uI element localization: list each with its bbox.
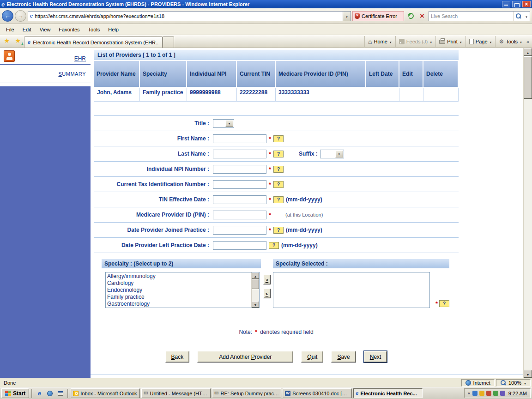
search-icon[interactable] <box>513 12 523 21</box>
print-button[interactable]: Print <box>435 36 466 47</box>
page-button[interactable]: Page <box>466 36 496 47</box>
sidebar-link-summary[interactable]: SUMMARY <box>58 71 86 77</box>
last-name-input[interactable] <box>213 150 266 158</box>
forward-nav-button[interactable] <box>15 10 26 22</box>
scroll-up-button[interactable] <box>524 48 532 56</box>
tray-icon[interactable] <box>486 391 491 396</box>
task-message-re-setup[interactable]: RE: Setup Dummy practi... <box>212 388 281 398</box>
tin-input[interactable] <box>213 180 266 189</box>
menu-tools[interactable]: Tools <box>84 25 104 34</box>
column-individual-npi: Individual NPI <box>187 61 237 88</box>
address-dropdown-button[interactable] <box>343 12 351 21</box>
menu-edit[interactable]: Edit <box>18 25 36 34</box>
title-select[interactable] <box>213 119 234 128</box>
required-asterisk: * <box>255 328 257 335</box>
task-ie-active[interactable]: Electronic Health Rec... <box>353 388 423 398</box>
add-favorite-button[interactable] <box>13 36 24 47</box>
back-button[interactable]: Back <box>165 351 190 363</box>
browser-tab[interactable]: Electronic Health Record Demonstration S… <box>24 36 163 48</box>
favorites-center-button[interactable] <box>2 36 13 47</box>
specialty-option[interactable]: Family practice <box>107 294 250 301</box>
specialty-selected-listbox[interactable] <box>273 272 430 308</box>
joined-date-input[interactable] <box>213 226 266 235</box>
help-button[interactable]: ? <box>273 196 284 203</box>
feeds-button[interactable]: Feeds (J) <box>395 36 435 47</box>
quick-launch-globe-icon[interactable] <box>45 389 54 398</box>
add-another-provider-button[interactable]: Add Another Provider <box>197 351 293 363</box>
close-button[interactable] <box>522 1 531 7</box>
tray-icon[interactable] <box>500 391 505 396</box>
help-button[interactable]: ? <box>273 135 284 142</box>
move-left-button[interactable]: < <box>263 289 271 298</box>
address-bar[interactable]: https://ehr.cms.cmsval/ehrds/app/home?ex… <box>28 11 351 21</box>
scrollbar-thumb[interactable] <box>524 56 532 99</box>
npi-input[interactable] <box>213 165 266 174</box>
task-outlook[interactable]: Inbox - Microsoft Outlook <box>71 388 140 398</box>
toolbar-overflow-chevron[interactable] <box>526 39 530 44</box>
quick-launch-desktop-icon[interactable] <box>56 389 65 398</box>
vertical-scrollbar[interactable] <box>523 48 532 378</box>
help-button[interactable]: ? <box>273 151 284 157</box>
listbox-scrollbar[interactable] <box>251 272 259 308</box>
help-button[interactable]: ? <box>273 181 284 188</box>
specialty-option[interactable]: Endocrinology <box>107 287 250 294</box>
tools-button[interactable]: Tools <box>495 36 525 47</box>
move-right-button[interactable]: > <box>263 275 271 284</box>
tray-icon[interactable] <box>479 391 484 396</box>
tin-date-input[interactable] <box>213 195 266 204</box>
cell-edit[interactable] <box>399 88 423 102</box>
column-current-tin: Current TIN <box>237 61 276 88</box>
new-tab-button[interactable] <box>163 36 174 48</box>
quick-launch-ie-icon[interactable] <box>35 389 44 398</box>
specialty-option[interactable]: Allergy/immunology <box>107 273 250 280</box>
scrollbar-track[interactable] <box>524 99 532 370</box>
scroll-down-button[interactable] <box>252 301 259 308</box>
required-field-note: Note:*denotes required field <box>94 328 459 335</box>
left-date-input[interactable] <box>213 241 266 250</box>
browser-window: Electronic Health Record Demonstration S… <box>0 0 532 399</box>
help-button[interactable]: ? <box>269 242 279 249</box>
refresh-button[interactable] <box>405 11 416 21</box>
zoom-control[interactable]: 100% <box>496 379 531 387</box>
scrollbar-thumb[interactable] <box>252 279 259 289</box>
chevron-down-icon <box>524 380 526 386</box>
specialty-listbox[interactable]: Allergy/immunology Cardiology Endocrinol… <box>105 272 260 308</box>
search-dropdown-button[interactable] <box>523 12 530 21</box>
joined-date-label: Date Provider Joined Practice : <box>94 227 209 233</box>
quit-button[interactable]: Quit <box>301 351 323 363</box>
save-button[interactable]: Save <box>331 351 356 363</box>
back-nav-button[interactable] <box>2 10 13 22</box>
minimize-button[interactable] <box>502 1 510 7</box>
home-button[interactable]: Home <box>364 36 395 47</box>
maximize-button[interactable] <box>512 1 520 7</box>
menu-help[interactable]: Help <box>104 25 123 34</box>
help-button[interactable]: ? <box>273 227 284 234</box>
stop-button[interactable] <box>417 11 427 21</box>
pin-input[interactable] <box>213 211 266 219</box>
last-name-label: Last Name : <box>94 151 209 157</box>
specialty-option[interactable]: Cardiology <box>107 280 250 287</box>
help-button[interactable]: ? <box>439 300 449 307</box>
tray-overflow-chevron[interactable] <box>468 391 471 396</box>
sidebar-link-ehr[interactable]: EHR <box>74 55 86 62</box>
task-word-doc[interactable]: Screens 030410.doc [Co... <box>283 388 352 398</box>
certificate-error-button[interactable]: Certificate Error <box>352 11 404 21</box>
scrollbar-track[interactable] <box>252 279 259 301</box>
search-input[interactable] <box>429 12 513 20</box>
task-message-untitled[interactable]: Untitled - Message (HTML) <box>141 388 211 398</box>
specialty-option[interactable]: Gastroenterology <box>107 301 250 308</box>
first-name-input[interactable] <box>213 134 266 143</box>
cell-delete[interactable] <box>423 88 459 102</box>
rss-feed-icon <box>399 39 405 44</box>
menu-favorites[interactable]: Favorites <box>54 25 84 34</box>
tray-icon[interactable] <box>472 391 478 396</box>
start-button[interactable]: Start <box>1 388 29 398</box>
next-button[interactable]: Next <box>364 351 387 363</box>
help-button[interactable]: ? <box>273 166 284 173</box>
tray-icon[interactable] <box>493 391 498 396</box>
menu-file[interactable]: File <box>2 25 18 34</box>
menu-view[interactable]: View <box>36 25 55 34</box>
suffix-select[interactable] <box>320 150 344 158</box>
scroll-up-button[interactable] <box>252 272 259 279</box>
scroll-down-button[interactable] <box>524 370 532 378</box>
